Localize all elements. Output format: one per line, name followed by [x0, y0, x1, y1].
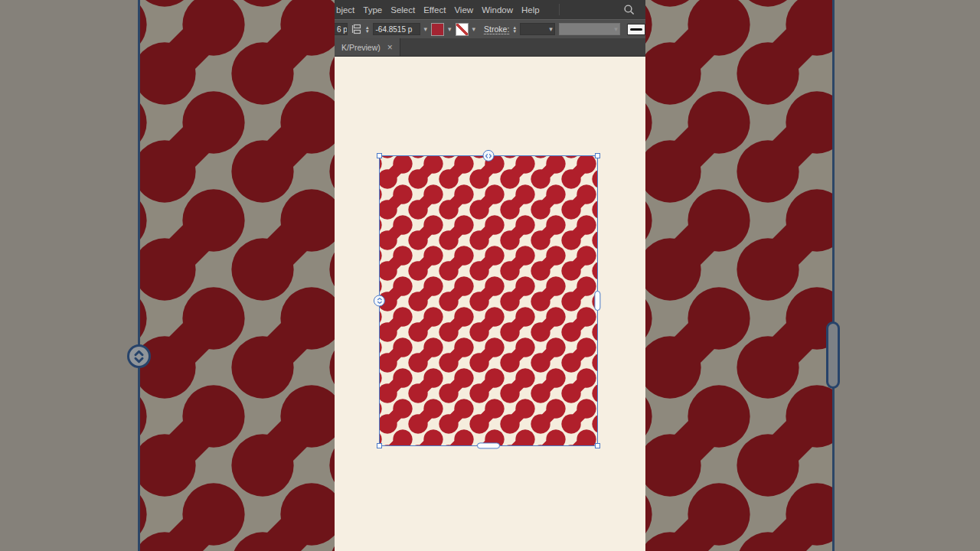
chevron-down-icon: ▾ — [549, 25, 553, 33]
handle-bottom-left[interactable] — [377, 443, 382, 448]
handle-right-middle-pill[interactable] — [594, 291, 600, 311]
illustrator-window: bject Type Select Effect View Window Hel… — [335, 0, 645, 551]
stroke-weight-stepper[interactable]: ▴ ▾ — [513, 25, 516, 34]
close-icon[interactable]: × — [387, 43, 393, 52]
chevron-down-icon[interactable]: ▾ — [424, 25, 428, 33]
left-scale-widget[interactable] — [374, 295, 385, 307]
stroke-color-swatch-none[interactable] — [456, 23, 469, 36]
document-tab-bar: K/Preview) × — [335, 38, 645, 57]
menu-type[interactable]: Type — [363, 5, 382, 15]
up-down-chevrons-icon — [376, 298, 382, 305]
control-bar: 6 p ▴ ▾ -64.8515 p ▾ ▾ ▾ Stroke: ▴ ▾ — [335, 19, 645, 38]
document-tab-title: K/Preview) — [341, 43, 381, 52]
canvas — [335, 57, 645, 551]
handle-top-right[interactable] — [595, 153, 600, 158]
backdrop-scale-widget — [127, 344, 151, 368]
left-right-chevrons-icon — [485, 152, 492, 158]
top-rotate-widget[interactable] — [483, 150, 495, 161]
video-frame: bject Type Select Effect View Window Hel… — [0, 0, 980, 551]
value-stepper[interactable]: ▴ ▾ — [366, 25, 369, 34]
backdrop-side-handle-pill — [826, 321, 840, 389]
selected-pattern-object[interactable] — [379, 155, 598, 446]
menu-bar: bject Type Select Effect View Window Hel… — [335, 0, 645, 19]
position-field[interactable]: 6 p — [335, 23, 348, 35]
backdrop-right-canvas-area — [835, 0, 980, 551]
menu-help[interactable]: Help — [521, 5, 540, 15]
transform-icon[interactable] — [351, 24, 362, 34]
stepper-down-icon: ▾ — [513, 29, 516, 34]
fill-color-swatch[interactable] — [431, 23, 444, 36]
stroke-weight-dropdown[interactable]: ▾ — [520, 23, 555, 35]
position-field-value: 6 p — [337, 25, 348, 34]
menu-window[interactable]: Window — [482, 5, 513, 15]
backdrop-left-pattern — [140, 0, 335, 551]
stepper-down-icon: ▾ — [366, 29, 369, 34]
document-tab[interactable]: K/Preview) × — [335, 38, 400, 56]
handle-top-left[interactable] — [377, 153, 382, 158]
menu-effect[interactable]: Effect — [423, 5, 446, 15]
stroke-profile-preview[interactable] — [627, 24, 645, 35]
backdrop-right-pattern — [645, 0, 832, 551]
menu-view[interactable]: View — [454, 5, 473, 15]
transform-value: -64.8515 p — [376, 25, 413, 34]
menu-object[interactable]: bject — [336, 5, 354, 15]
up-down-chevrons-icon — [133, 350, 145, 364]
menu-divider — [559, 4, 560, 15]
search-button[interactable] — [623, 4, 635, 16]
handle-bottom-middle-pill[interactable] — [477, 442, 500, 448]
menu-select[interactable]: Select — [390, 5, 415, 15]
uniform-stroke-line — [630, 28, 642, 31]
backdrop-left-selection-edge — [138, 0, 140, 551]
chevron-down-icon[interactable]: ▾ — [448, 25, 452, 33]
handle-bottom-right[interactable] — [595, 443, 600, 448]
backdrop-left-canvas-area — [0, 0, 138, 551]
brush-definition-dropdown: ▾ — [559, 23, 620, 35]
metaball-pattern-fill — [380, 156, 597, 445]
stroke-label: Stroke: — [484, 24, 509, 34]
chevron-down-icon[interactable]: ▾ — [472, 25, 476, 33]
chevron-down-icon: ▾ — [614, 25, 618, 33]
transform-value-field[interactable]: -64.8515 p — [373, 23, 420, 35]
search-icon — [623, 4, 635, 16]
